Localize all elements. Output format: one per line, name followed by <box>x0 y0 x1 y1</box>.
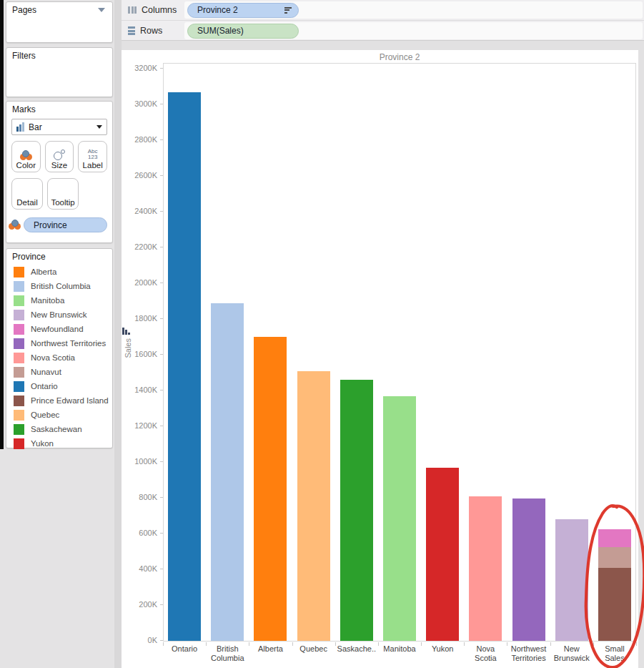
bar-ontario[interactable] <box>168 92 201 642</box>
legend-item[interactable]: Yukon <box>8 436 112 451</box>
x-axis-label: Ontario <box>162 644 207 654</box>
label-button-label: Label <box>83 161 103 170</box>
tooltip-button[interactable]: Tooltip <box>47 178 79 210</box>
rows-field[interactable]: SUM(Sales) <box>184 22 643 39</box>
size-button[interactable]: Size <box>45 141 74 172</box>
legend-swatch <box>14 281 24 292</box>
legend-swatch <box>14 338 24 349</box>
pages-dropdown-icon[interactable] <box>98 8 105 12</box>
bar-manitoba[interactable] <box>383 396 416 642</box>
bar-segment-newfoundland[interactable] <box>598 529 631 547</box>
legend-item-label: Yukon <box>31 439 54 448</box>
mark-type-dropdown[interactable]: Bar <box>11 119 107 135</box>
bar-saskachewan[interactable] <box>340 380 373 641</box>
legend-item-label: Northwest Territories <box>31 339 106 348</box>
y-axis-tick-label: 1800K <box>126 314 157 323</box>
legend-item[interactable]: Nova Scotia <box>8 350 112 365</box>
bar-alberta[interactable] <box>254 337 287 641</box>
columns-icon <box>128 6 137 14</box>
legend-item-label: Manitoba <box>31 296 64 305</box>
y-axis-tick <box>160 354 163 355</box>
rows-icon <box>128 26 135 35</box>
bar-segment-nunavut[interactable] <box>598 547 631 568</box>
pages-shelf-card: Pages <box>6 1 113 43</box>
y-axis-tick <box>160 247 163 247</box>
y-axis-tick-label: 2600K <box>126 171 157 180</box>
legend-item-label: Nova Scotia <box>31 353 75 362</box>
y-axis-tick-label: 0K <box>126 636 157 644</box>
window-edge-strip <box>0 0 4 449</box>
legend-item-label: Saskachewan <box>31 425 82 433</box>
legend-item[interactable]: Newfoundland <box>8 322 112 336</box>
legend-item-label: British Columbia <box>31 282 91 290</box>
legend-item[interactable]: Prince Edward Island <box>8 393 112 408</box>
marks-card: Marks Bar Color Size Abc123 Label Detail… <box>6 101 113 243</box>
color-icon <box>9 220 21 230</box>
y-axis-tick <box>160 175 163 176</box>
columns-shelf[interactable]: Columns Province 2 <box>122 0 644 21</box>
y-axis-tick <box>160 211 163 212</box>
bar-new-brunswick[interactable] <box>555 519 588 641</box>
legend-item[interactable]: Alberta <box>8 265 112 279</box>
legend-item-label: Newfoundland <box>31 325 84 333</box>
province2-pill[interactable]: Province 2 <box>187 3 299 18</box>
chevron-down-icon <box>96 125 102 129</box>
columns-shelf-label: Columns <box>142 5 184 15</box>
right-edge-strip <box>638 50 644 668</box>
bar-small-sales[interactable] <box>598 529 631 641</box>
x-axis-tick <box>421 642 422 646</box>
x-axis-tick <box>292 642 293 646</box>
detail-button[interactable]: Detail <box>11 178 43 210</box>
color-legend-card: Province AlbertaBritish ColumbiaManitoba… <box>6 248 113 448</box>
legend-item[interactable]: Nunavut <box>8 365 112 379</box>
legend-item[interactable]: New Brunswick <box>8 308 112 322</box>
x-axis-tick <box>163 642 164 646</box>
y-axis-tick-label: 2800K <box>126 135 157 144</box>
bar-british-columbia[interactable] <box>211 303 244 642</box>
sort-descending-icon[interactable] <box>284 7 292 14</box>
y-axis-tick-label: 1400K <box>126 385 157 394</box>
legend-swatch <box>14 410 24 421</box>
pages-shelf-title: Pages <box>12 5 36 15</box>
province2-pill-label: Province 2 <box>197 5 238 15</box>
legend-swatch <box>14 381 24 392</box>
province-marks-pill[interactable]: Province <box>24 217 107 232</box>
y-axis-tick-label: 2400K <box>126 207 157 215</box>
columns-field[interactable]: Province 2 <box>184 1 643 19</box>
legend-item[interactable]: British Columbia <box>8 279 112 293</box>
x-axis-tick <box>550 642 551 646</box>
x-axis-label: BritishColumbia <box>205 644 249 662</box>
color-button[interactable]: Color <box>11 141 41 172</box>
x-axis-label: Saskache.. <box>335 644 379 654</box>
y-axis-tick <box>160 283 163 283</box>
legend-item[interactable]: Northwest Territories <box>8 336 112 350</box>
y-axis-tick-label: 2200K <box>126 242 157 251</box>
bar-quebec[interactable] <box>297 371 330 642</box>
x-axis-tick <box>636 642 637 646</box>
x-axis-label: Quebec <box>292 644 336 654</box>
legend-swatch <box>14 310 24 320</box>
legend-item[interactable]: Manitoba <box>8 293 112 308</box>
axis-sort-icon[interactable] <box>122 328 130 335</box>
legend-swatch <box>14 324 24 335</box>
bar-northwest-territories[interactable] <box>512 498 545 641</box>
bar-nova-scotia[interactable] <box>469 496 502 642</box>
rows-shelf[interactable]: Rows SUM(Sales) <box>122 21 644 41</box>
bar-yukon[interactable] <box>426 468 459 642</box>
y-axis-tick-label: 3200K <box>126 64 157 72</box>
legend-swatch <box>14 353 24 363</box>
legend-item[interactable]: Saskachewan <box>8 422 112 436</box>
y-axis-tick <box>160 533 163 534</box>
legend-item-label: Alberta <box>31 267 56 276</box>
y-axis-tick-label: 1000K <box>126 457 157 466</box>
rows-shelf-label: Rows <box>140 26 183 36</box>
label-button[interactable]: Abc123 Label <box>78 141 107 172</box>
legend-item[interactable]: Quebec <box>8 408 112 422</box>
color-icon <box>20 150 32 160</box>
filters-shelf-card: Filters <box>6 47 113 97</box>
sidebar-divider[interactable] <box>114 0 122 668</box>
bar-segment-prince-edward-island[interactable] <box>598 568 631 642</box>
legend-item[interactable]: Ontario <box>8 379 112 393</box>
y-axis-tick <box>160 139 163 140</box>
sum-sales-pill[interactable]: SUM(Sales) <box>187 24 299 39</box>
